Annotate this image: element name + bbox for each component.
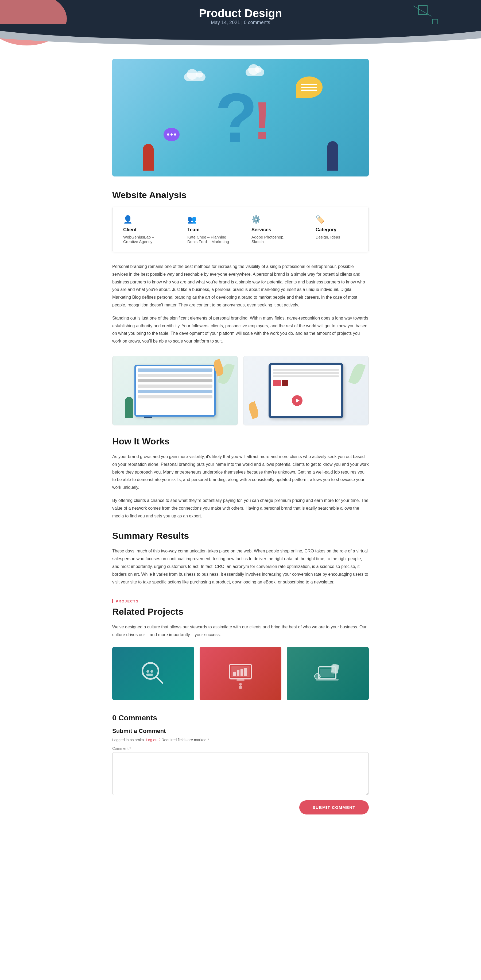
project-3-icon <box>287 647 369 700</box>
project-card-2[interactable] <box>200 647 282 700</box>
speech-line-1 <box>301 84 317 85</box>
tablet-frame <box>268 363 344 418</box>
svg-rect-10 <box>244 668 247 676</box>
ui-row-1 <box>138 369 213 372</box>
login-text: Logged in as amka. <box>112 738 146 742</box>
ui-illustration-right <box>243 356 368 425</box>
svg-rect-13 <box>239 686 242 689</box>
website-analysis-heading: Website Analysis <box>112 190 369 200</box>
team-value: Kate Chee – Planning Denis Ford – Market… <box>187 235 230 244</box>
tablet-screen <box>271 365 341 416</box>
svg-point-19 <box>314 674 320 679</box>
ui-row-6 <box>138 395 213 398</box>
projects-label: PROJECTS <box>112 599 369 603</box>
body-paragraph-1: Personal branding remains one of the bes… <box>112 263 369 309</box>
related-projects-description: We've designed a culture that allows our… <box>112 623 369 639</box>
project-3-illustration <box>312 657 344 690</box>
svg-point-12 <box>239 683 242 686</box>
svg-rect-11 <box>237 679 244 681</box>
ui-screen-left <box>134 365 216 417</box>
svg-rect-7 <box>233 672 236 676</box>
summary-heading: Summary Results <box>112 530 369 541</box>
play-button[interactable] <box>292 395 303 406</box>
cloud-2 <box>246 68 264 76</box>
svg-line-1 <box>156 677 162 683</box>
speech-lines <box>301 84 317 91</box>
page-meta: May 14, 2021 | 0 comments <box>211 20 270 25</box>
hero-question-mark: ? <box>215 83 257 153</box>
submit-comment-button[interactable]: SUBMIT COMMENT <box>299 800 369 815</box>
project-card-1[interactable] <box>112 647 194 700</box>
login-notice: Logged in as amka. Log out? Required fie… <box>112 738 369 742</box>
tablet-content <box>271 365 341 388</box>
hero-image: ? ! <box>112 59 369 177</box>
color-blocks <box>273 380 340 386</box>
project-card-3[interactable] <box>287 647 369 700</box>
project-2-illustration <box>224 657 257 690</box>
hero-exclamation-mark: ! <box>253 94 271 148</box>
ui-row-4 <box>138 385 213 388</box>
category-label: Category <box>316 227 340 232</box>
logout-link[interactable]: Log out? <box>146 738 160 742</box>
color-block-red <box>273 380 281 386</box>
info-category: 🏷️ Category Design, Ideas <box>316 215 340 244</box>
services-label: Services <box>251 227 294 232</box>
how-paragraph-1: As your brand grows and you gain more vi… <box>112 453 369 492</box>
dot-1 <box>167 134 169 135</box>
category-value: Design, Ideas <box>316 235 340 239</box>
decoration-square-2 <box>432 19 438 25</box>
client-value: WebGeniusLab – Creative Agency <box>123 235 166 244</box>
cloud-1 <box>184 73 205 81</box>
client-icon: 👤 <box>123 215 166 224</box>
ui-illustration-left <box>113 356 238 425</box>
ui-row-5 <box>138 390 213 393</box>
info-services: ⚙️ Services Adobe Photoshop, Sketch <box>251 215 294 244</box>
comment-field-wrapper: Comment * <box>112 746 369 796</box>
projects-grid <box>112 647 369 700</box>
team-label: Team <box>187 227 230 232</box>
speech-bubble-purple <box>164 128 179 141</box>
two-column-images <box>112 356 369 425</box>
submit-section: SUBMIT COMMENT <box>112 800 369 815</box>
team-icon: 👥 <box>187 215 230 224</box>
client-label: Client <box>123 227 166 232</box>
project-1-illustration <box>137 657 169 690</box>
services-value: Adobe Photoshop, Sketch <box>251 235 294 244</box>
person-silhouette-left <box>143 144 154 170</box>
hero-illustration: ? ! <box>112 59 369 177</box>
comments-section: 0 Comments Submit a Comment Logged in as… <box>112 714 369 815</box>
svg-rect-16 <box>316 679 338 681</box>
purple-dots <box>167 134 176 135</box>
info-card: 👤 Client WebGeniusLab – Creative Agency … <box>112 207 369 252</box>
project-1-icon <box>112 647 194 700</box>
project-2-icon <box>200 647 282 700</box>
svg-point-3 <box>151 670 153 673</box>
svg-rect-9 <box>240 669 243 676</box>
person-fig-1 <box>125 397 133 418</box>
how-paragraph-2: By offering clients a chance to see what… <box>112 497 369 520</box>
info-client: 👤 Client WebGeniusLab – Creative Agency <box>123 215 166 244</box>
body-paragraph-2: Standing out is just one of the signific… <box>112 315 369 345</box>
related-projects-heading: Related Projects <box>112 606 369 617</box>
main-content: ? ! Website Analysis <box>107 32 374 830</box>
svg-rect-18 <box>330 665 338 674</box>
required-note: Required fields are marked * <box>161 738 209 742</box>
slider-1 <box>273 369 340 371</box>
person-silhouette-right <box>327 141 338 170</box>
page-header: Product Design May 14, 2021 | 0 comments <box>0 0 481 32</box>
how-it-works-heading: How It Works <box>112 436 369 447</box>
svg-point-2 <box>146 670 149 673</box>
slider-2 <box>273 372 340 374</box>
svg-rect-4 <box>146 674 153 676</box>
play-triangle-icon <box>296 398 300 403</box>
speech-bubble-yellow <box>296 76 322 98</box>
ui-row-3 <box>138 379 213 382</box>
comment-textarea[interactable] <box>112 752 369 795</box>
services-icon: ⚙️ <box>251 215 294 224</box>
dot-2 <box>170 134 173 135</box>
speech-line-2 <box>301 87 317 88</box>
comments-count: 0 Comments <box>112 714 369 722</box>
page-title: Product Design <box>199 7 282 20</box>
col-image-left <box>112 356 238 425</box>
info-team: 👥 Team Kate Chee – Planning Denis Ford –… <box>187 215 230 244</box>
